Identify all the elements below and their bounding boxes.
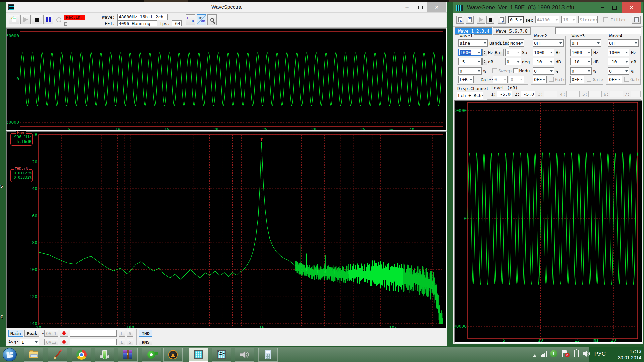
taskbar-item-winrar[interactable] bbox=[118, 348, 138, 362]
ovl1-file-field[interactable] bbox=[70, 330, 117, 337]
wave4-type-combo[interactable]: OFF bbox=[608, 39, 639, 47]
wave3-out-combo[interactable]: OFF bbox=[570, 76, 584, 83]
wave4-level-combo[interactable]: -10 bbox=[608, 58, 629, 65]
main-button[interactable]: Main bbox=[8, 330, 23, 337]
bar-button[interactable]: Bar bbox=[494, 49, 504, 56]
minimize-button[interactable]: ─ bbox=[597, 3, 608, 12]
wave1-level-combo[interactable]: -5 bbox=[458, 58, 482, 65]
wavegene-titlebar[interactable]: WaveGene Ver. 1.50E (C) 1999-2013 efu ─ … bbox=[453, 2, 643, 13]
taskbar-item-calculator[interactable] bbox=[258, 348, 278, 362]
slider-thumb[interactable] bbox=[64, 22, 67, 26]
wave3-level-combo[interactable]: -10 bbox=[570, 58, 592, 65]
wave3-gate-checkbox[interactable] bbox=[587, 77, 591, 82]
sec-label: sec bbox=[525, 18, 533, 23]
wave2-gate-checkbox[interactable] bbox=[549, 77, 554, 82]
ovl2-s-button[interactable]: S bbox=[127, 339, 133, 345]
ovl1-record-button[interactable] bbox=[60, 330, 68, 337]
start-button[interactable] bbox=[3, 348, 17, 361]
clock[interactable]: 17:13 30.01.2014 bbox=[612, 348, 641, 361]
wave1-level-spinner[interactable] bbox=[482, 58, 487, 65]
close-button[interactable]: ✕ bbox=[622, 2, 641, 13]
hz-db-scale-button[interactable]: Hz dB bbox=[197, 14, 206, 25]
wave1-gate1-combo[interactable]: 0 bbox=[493, 76, 508, 83]
wave1-freq-spinner[interactable] bbox=[482, 49, 487, 56]
thd-button[interactable]: THD bbox=[139, 330, 152, 337]
taskbar-item-audio-tool[interactable] bbox=[142, 348, 161, 362]
wave4-duty-combo[interactable]: 0 bbox=[608, 67, 629, 75]
maximize-button[interactable] bbox=[415, 3, 426, 12]
filter-checkbox[interactable] bbox=[603, 17, 608, 22]
wave4-freq-combo[interactable]: 1000 bbox=[608, 49, 629, 56]
wave3-freq-combo[interactable]: 1000 bbox=[570, 49, 592, 56]
wave1-duty-combo[interactable]: 0 bbox=[458, 67, 482, 75]
wavespectra-titlebar[interactable]: WaveSpectra ─ ✕ bbox=[6, 2, 447, 12]
wave2-type-combo[interactable]: OFF bbox=[533, 39, 564, 47]
edit-list-button[interactable] bbox=[632, 16, 641, 24]
settings-button[interactable] bbox=[207, 14, 217, 25]
lr-channel-button[interactable]: L R bbox=[186, 14, 195, 25]
tab-wave-5678[interactable]: Wave 5,6,7,8 bbox=[493, 27, 531, 35]
disp-channel-combo[interactable]: Lch + Rch bbox=[457, 92, 483, 99]
bandlimit-combo[interactable]: None bbox=[509, 39, 524, 47]
record-button[interactable] bbox=[55, 16, 62, 23]
wave2-out-combo[interactable]: OFF bbox=[533, 76, 547, 83]
play-button[interactable] bbox=[20, 15, 31, 24]
action-center-icon[interactable]: ✕ bbox=[561, 350, 570, 358]
avg-combo[interactable]: 1 bbox=[20, 339, 39, 345]
wave2-freq-combo[interactable]: 1000 bbox=[533, 49, 554, 56]
loop-button[interactable] bbox=[498, 16, 506, 24]
taskbar-item-chrome[interactable] bbox=[72, 348, 91, 362]
wave2-level-combo[interactable]: -10 bbox=[533, 58, 554, 65]
wave3-duty-combo[interactable]: 0 bbox=[570, 67, 592, 75]
wave1-sample-combo[interactable]: 0 bbox=[505, 49, 521, 56]
info-icon[interactable]: i bbox=[550, 350, 557, 357]
wave1-freq-combo[interactable]: 1000 bbox=[458, 49, 482, 56]
ovl2-file-field[interactable] bbox=[70, 339, 117, 345]
taskbar-item-explorer[interactable] bbox=[24, 348, 43, 362]
minimize-button[interactable]: ─ bbox=[401, 3, 413, 12]
keyboard-language[interactable]: РУС bbox=[594, 351, 606, 357]
ovl2-record-button[interactable] bbox=[60, 339, 68, 345]
taskbar-item-wavespectra[interactable] bbox=[212, 348, 231, 362]
wave1-gate2-combo[interactable]: 0 bbox=[509, 76, 524, 83]
bits-combo[interactable]: 16 bbox=[561, 16, 576, 23]
ovl2-button[interactable]: OVL2 bbox=[44, 339, 58, 345]
samplerate-combo[interactable]: 44100 bbox=[535, 16, 559, 23]
hidden-icons-button[interactable] bbox=[532, 351, 537, 357]
duration-combo[interactable]: 0.5 bbox=[508, 16, 524, 23]
channels-combo[interactable]: Stereo bbox=[578, 16, 598, 23]
stop-button[interactable] bbox=[486, 16, 494, 24]
wave1-phase-combo[interactable]: 0 bbox=[505, 58, 521, 65]
save-file-button[interactable] bbox=[466, 16, 474, 24]
open-file-button[interactable]: ↱ bbox=[9, 15, 19, 24]
play-button[interactable] bbox=[477, 16, 485, 24]
stop-button[interactable] bbox=[32, 15, 42, 24]
maximize-button[interactable] bbox=[609, 3, 621, 12]
battery-icon[interactable] bbox=[574, 350, 579, 357]
ovl1-s-button[interactable]: S bbox=[127, 330, 133, 337]
sweep-checkbox[interactable] bbox=[492, 68, 497, 73]
wave1-type-combo[interactable]: sine bbox=[458, 39, 488, 47]
taskbar-item-aimp[interactable] bbox=[163, 348, 183, 362]
wave1-channel-combo[interactable]: L+R bbox=[458, 76, 474, 83]
peak-button[interactable]: Peak bbox=[24, 330, 39, 337]
ovl2-l-button[interactable]: L bbox=[119, 339, 125, 345]
network-icon[interactable] bbox=[539, 350, 548, 357]
wave3-type-combo[interactable]: OFF bbox=[570, 39, 601, 47]
ovl1-button[interactable]: OVL1 bbox=[44, 330, 58, 337]
modu-checkbox[interactable] bbox=[513, 68, 518, 73]
ovl1-l-button[interactable]: L bbox=[119, 330, 125, 337]
wave4-gate-checkbox[interactable] bbox=[624, 77, 629, 82]
close-button[interactable]: ✕ bbox=[427, 2, 446, 12]
taskbar-item-editor[interactable] bbox=[48, 348, 67, 362]
pause-button[interactable] bbox=[43, 15, 53, 24]
taskbar-item-audio-player[interactable] bbox=[95, 348, 114, 362]
rms-button[interactable]: RMS bbox=[139, 339, 152, 345]
taskbar-item-wavegene[interactable] bbox=[189, 348, 208, 362]
wave2-duty-combo[interactable]: 0 bbox=[533, 67, 554, 75]
open-file-button[interactable] bbox=[456, 16, 464, 24]
preset-name-field[interactable] bbox=[555, 27, 641, 34]
wave4-out-combo[interactable]: OFF bbox=[608, 76, 622, 83]
taskbar-item-volume[interactable] bbox=[235, 348, 254, 362]
volume-tray-icon[interactable] bbox=[582, 350, 591, 357]
